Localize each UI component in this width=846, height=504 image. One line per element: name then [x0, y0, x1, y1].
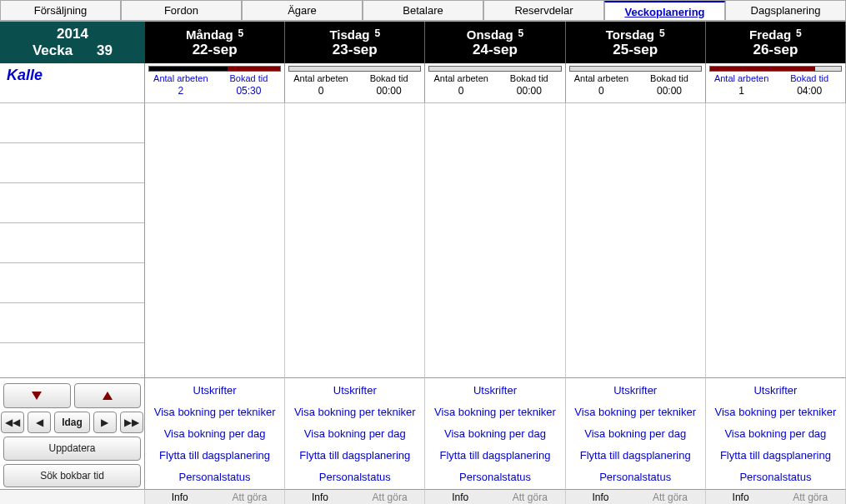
double-left-icon: ◀◀ — [5, 417, 20, 428]
footer-todo[interactable]: Att göra — [215, 490, 285, 504]
list-row[interactable] — [0, 223, 144, 263]
day-stats-mon[interactable]: Antal arbetenBokad tid 205:30 — [145, 63, 285, 103]
menu-by-tech[interactable]: Visa bokning per tekniker — [145, 404, 284, 420]
footer-info[interactable]: Info — [285, 490, 355, 504]
day-menu-tue: Utskrifter Visa bokning per tekniker Vis… — [285, 377, 425, 489]
day-body-tue[interactable] — [285, 103, 425, 377]
menu-status[interactable]: Personalstatus — [706, 469, 845, 485]
refresh-button[interactable]: Uppdatera — [3, 437, 141, 461]
menu-by-day[interactable]: Visa bokning per dag — [145, 426, 284, 442]
day-stats-tue[interactable]: Antal arbetenBokad tid 000:00 — [285, 63, 425, 103]
year-label: 2014 — [0, 26, 145, 42]
double-right-icon: ▶▶ — [124, 417, 139, 428]
footer-info[interactable]: Info — [425, 490, 495, 504]
menu-move-day[interactable]: Flytta till dagsplanering — [706, 447, 845, 463]
day-body-fri[interactable] — [706, 103, 846, 377]
day-menu-thu: Utskrifter Visa bokning per tekniker Vis… — [566, 377, 706, 489]
menu-by-tech[interactable]: Visa bokning per tekniker — [706, 404, 845, 420]
day-header-tue: Tisdag5 23-sep — [285, 22, 425, 63]
menu-by-tech[interactable]: Visa bokning per tekniker — [285, 404, 424, 420]
menu-by-day[interactable]: Visa bokning per dag — [706, 426, 845, 442]
arrow-up-icon — [103, 392, 113, 400]
week-number: 39 — [97, 42, 113, 58]
technician-list — [0, 103, 145, 377]
footer-todo[interactable]: Att göra — [355, 490, 425, 504]
footer-todo[interactable]: Att göra — [495, 490, 565, 504]
last-week-button[interactable]: ▶▶ — [120, 412, 143, 433]
day-header-wed: Onsdag5 24-sep — [425, 22, 565, 63]
day-stats-thu[interactable]: Antal arbetenBokad tid 000:00 — [566, 63, 706, 103]
footer-wed: Info Att göra — [425, 489, 565, 504]
day-header-thu: Torsdag5 25-sep — [566, 22, 706, 63]
menu-print[interactable]: Utskrifter — [285, 382, 424, 398]
list-row[interactable] — [0, 303, 144, 343]
menu-status[interactable]: Personalstatus — [425, 469, 564, 485]
day-menu-mon: Utskrifter Visa bokning per tekniker Vis… — [145, 377, 285, 489]
day-header-fri: Fredag5 26-sep — [706, 22, 846, 63]
list-row[interactable] — [0, 183, 144, 223]
menu-by-day[interactable]: Visa bokning per dag — [566, 426, 705, 442]
top-tabs: Försäljning Fordon Ägare Betalare Reserv… — [0, 0, 846, 22]
day-body-wed[interactable] — [425, 103, 565, 377]
arrow-right-icon: ▶ — [101, 417, 108, 428]
tab-dayplanning[interactable]: Dagsplanering — [725, 1, 846, 21]
arrow-down-icon — [32, 392, 42, 400]
next-week-button[interactable]: ▶ — [93, 412, 117, 433]
footer-info[interactable]: Info — [706, 490, 776, 504]
day-body-mon[interactable] — [145, 103, 285, 377]
scroll-down-button[interactable] — [3, 383, 71, 408]
menu-move-day[interactable]: Flytta till dagsplanering — [425, 447, 564, 463]
footer-info[interactable]: Info — [566, 490, 636, 504]
list-row[interactable] — [0, 103, 144, 143]
day-menu-fri: Utskrifter Visa bokning per tekniker Vis… — [706, 377, 846, 489]
menu-by-tech[interactable]: Visa bokning per tekniker — [425, 404, 564, 420]
day-header-mon: Måndag5 22-sep — [145, 22, 285, 63]
day-stats-wed[interactable]: Antal arbetenBokad tid 000:00 — [425, 63, 565, 103]
technician-name: Kalle — [0, 63, 145, 103]
menu-print[interactable]: Utskrifter — [706, 382, 845, 398]
list-row[interactable] — [0, 143, 144, 183]
footer-todo[interactable]: Att göra — [775, 490, 845, 504]
week-label: Vecka — [33, 42, 73, 58]
menu-print[interactable]: Utskrifter — [425, 382, 564, 398]
menu-move-day[interactable]: Flytta till dagsplanering — [285, 447, 424, 463]
menu-move-day[interactable]: Flytta till dagsplanering — [566, 447, 705, 463]
menu-status[interactable]: Personalstatus — [566, 469, 705, 485]
footer-thu: Info Att göra — [566, 489, 706, 504]
nav-panel: ◀◀ ◀ Idag ▶ ▶▶ Uppdatera Sök bokbar tid — [0, 377, 145, 489]
menu-by-day[interactable]: Visa bokning per dag — [425, 426, 564, 442]
footer-fri: Info Att göra — [706, 489, 846, 504]
menu-status[interactable]: Personalstatus — [145, 469, 284, 485]
tab-owner[interactable]: Ägare — [242, 1, 363, 21]
menu-by-tech[interactable]: Visa bokning per tekniker — [566, 404, 705, 420]
footer-info[interactable]: Info — [145, 490, 215, 504]
footer-left — [0, 489, 145, 504]
scroll-up-button[interactable] — [74, 383, 142, 408]
menu-status[interactable]: Personalstatus — [285, 469, 424, 485]
tab-vehicle[interactable]: Fordon — [121, 1, 242, 21]
day-menu-wed: Utskrifter Visa bokning per tekniker Vis… — [425, 377, 565, 489]
week-box: 2014 Vecka 39 — [0, 22, 145, 63]
first-week-button[interactable]: ◀◀ — [1, 412, 24, 433]
footer-tue: Info Att göra — [285, 489, 425, 504]
footer-todo[interactable]: Att göra — [635, 490, 705, 504]
arrow-left-icon: ◀ — [36, 417, 43, 428]
menu-print[interactable]: Utskrifter — [145, 382, 284, 398]
prev-week-button[interactable]: ◀ — [28, 412, 51, 433]
tab-sales[interactable]: Försäljning — [0, 1, 121, 21]
day-body-thu[interactable] — [566, 103, 706, 377]
tab-parts[interactable]: Reservdelar — [483, 1, 604, 21]
menu-move-day[interactable]: Flytta till dagsplanering — [145, 447, 284, 463]
search-time-button[interactable]: Sök bokbar tid — [3, 464, 141, 488]
tab-weekplanning[interactable]: Veckoplanering — [604, 1, 725, 21]
menu-by-day[interactable]: Visa bokning per dag — [285, 426, 424, 442]
list-row[interactable] — [0, 263, 144, 303]
menu-print[interactable]: Utskrifter — [566, 382, 705, 398]
tab-payer[interactable]: Betalare — [363, 1, 483, 21]
today-button[interactable]: Idag — [54, 412, 90, 433]
day-stats-fri[interactable]: Antal arbetenBokad tid 104:00 — [706, 63, 846, 103]
footer-mon: Info Att göra — [145, 489, 285, 504]
